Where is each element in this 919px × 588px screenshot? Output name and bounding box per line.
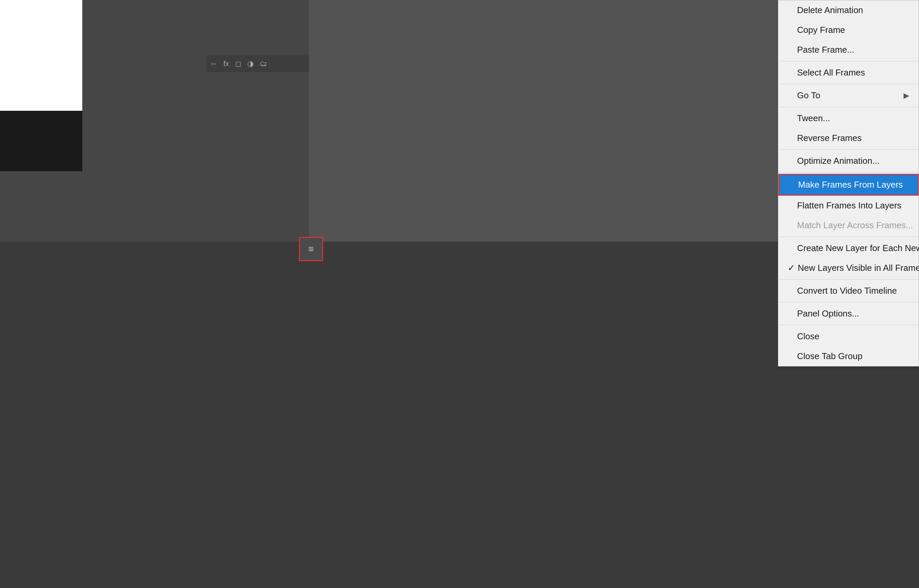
link-icon[interactable]: ↔ — [210, 60, 217, 68]
menu-item-match-layer: Match Layer Across Frames... — [778, 215, 919, 235]
menu-item-label: Match Layer Across Frames... — [797, 220, 913, 231]
menu-item-label: Create New Layer for Each New Frame — [797, 243, 919, 254]
menu-item-label: Tween... — [797, 113, 830, 123]
menu-item-label: Reverse Frames — [797, 133, 862, 143]
menu-item-delete-animation[interactable]: Delete Animation — [778, 0, 919, 20]
context-menu: Delete AnimationCopy FramePaste Frame...… — [778, 0, 919, 367]
menu-item-flatten-frames[interactable]: Flatten Frames Into Layers — [778, 195, 919, 215]
menu-separator — [778, 325, 919, 325]
menu-item-label: Select All Frames — [797, 68, 865, 78]
menu-item-label: Flatten Frames Into Layers — [797, 200, 901, 211]
menu-item-label: New Layers Visible in All Frames — [798, 263, 919, 273]
menu-separator — [778, 172, 919, 173]
menu-item-panel-options[interactable]: Panel Options... — [778, 304, 919, 323]
panel-menu-button[interactable]: ≡ — [299, 237, 323, 261]
menu-item-label: Close — [797, 331, 819, 342]
menu-item-close-tab-group[interactable]: Close Tab Group — [778, 346, 919, 366]
menu-item-label: Panel Options... — [797, 309, 859, 319]
menu-separator — [778, 237, 919, 237]
menu-separator — [778, 149, 919, 150]
menu-item-label: Copy Frame — [797, 25, 845, 35]
menu-item-label: Go To — [797, 90, 820, 101]
menu-item-optimize-animation[interactable]: Optimize Animation... — [778, 151, 919, 171]
fx-icon[interactable]: fx — [224, 60, 229, 68]
menu-item-new-layers-visible[interactable]: ✓New Layers Visible in All Frames — [778, 258, 919, 278]
menu-item-copy-frame[interactable]: Copy Frame — [778, 20, 919, 40]
canvas-black-area — [0, 111, 82, 171]
menu-item-label: Close Tab Group — [797, 351, 862, 362]
menu-item-label: Make Frames From Layers — [798, 179, 903, 190]
menu-separator — [778, 84, 919, 84]
circle-icon[interactable]: ◑ — [247, 60, 254, 68]
menu-item-create-new-layer[interactable]: Create New Layer for Each New Frame — [778, 238, 919, 258]
menu-item-close[interactable]: Close — [778, 326, 919, 346]
menu-item-convert-video-timeline[interactable]: Convert to Video Timeline — [778, 281, 919, 301]
canvas-white-area — [0, 0, 82, 111]
menu-item-label: Optimize Animation... — [797, 156, 880, 166]
menu-item-go-to[interactable]: Go To▶ — [778, 86, 919, 105]
menu-item-paste-frame[interactable]: Paste Frame... — [778, 40, 919, 60]
menu-item-make-frames-from-layers[interactable]: Make Frames From Layers — [778, 174, 919, 195]
menu-item-label: Paste Frame... — [797, 45, 854, 55]
menu-item-reverse-frames[interactable]: Reverse Frames — [778, 128, 919, 148]
menu-separator — [778, 61, 919, 61]
hamburger-icon: ≡ — [308, 244, 314, 254]
toolbar-strip: ↔ fx ◻ ◑ 🗂 — [207, 55, 309, 72]
menu-item-label: Convert to Video Timeline — [797, 286, 897, 296]
folder-icon[interactable]: 🗂 — [259, 60, 267, 68]
menu-separator — [778, 302, 919, 302]
submenu-arrow-icon: ▶ — [904, 91, 909, 100]
camera-icon[interactable]: ◻ — [235, 60, 241, 68]
menu-separator — [778, 279, 919, 279]
menu-item-select-all-frames[interactable]: Select All Frames — [778, 63, 919, 82]
menu-item-label: Delete Animation — [797, 5, 863, 15]
checkmark-icon: ✓ — [788, 263, 795, 273]
menu-item-tween[interactable]: Tween... — [778, 108, 919, 128]
